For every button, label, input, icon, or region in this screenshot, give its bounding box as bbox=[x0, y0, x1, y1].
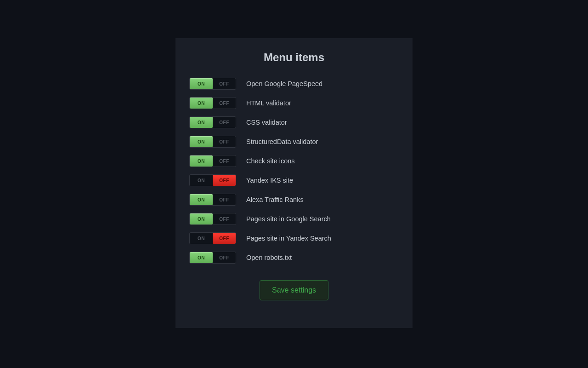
toggle-off[interactable]: OFF bbox=[213, 175, 236, 186]
toggle-yandex-iks-site[interactable]: ON OFF bbox=[189, 174, 236, 186]
toggle-off[interactable]: OFF bbox=[213, 78, 236, 89]
toggle-alexa-traffic-ranks[interactable]: ON OFF bbox=[189, 194, 236, 206]
menu-item-row: ON OFF Open Google PageSpeed bbox=[189, 78, 401, 90]
menu-item-label: Yandex IKS site bbox=[246, 177, 293, 184]
menu-item-label: HTML validator bbox=[246, 99, 291, 107]
panel-title: Menu items bbox=[187, 51, 401, 64]
toggle-off[interactable]: OFF bbox=[213, 98, 236, 109]
menu-item-row: ON OFF Pages site in Google Search bbox=[189, 213, 401, 225]
menu-item-row: ON OFF Pages site in Yandex Search bbox=[189, 232, 401, 244]
menu-item-row: ON OFF Alexa Traffic Ranks bbox=[189, 194, 401, 206]
toggle-off[interactable]: OFF bbox=[213, 117, 236, 128]
save-settings-button[interactable]: Save settings bbox=[260, 280, 328, 300]
menu-item-label: CSS validator bbox=[246, 119, 287, 126]
menu-item-label: Open Google PageSpeed bbox=[246, 80, 322, 87]
toggle-check-site-icons[interactable]: ON OFF bbox=[189, 155, 236, 167]
toggle-on[interactable]: ON bbox=[190, 213, 213, 224]
toggle-on[interactable]: ON bbox=[190, 233, 213, 244]
toggle-on[interactable]: ON bbox=[190, 194, 213, 205]
toggle-off[interactable]: OFF bbox=[213, 213, 236, 224]
toggle-off[interactable]: OFF bbox=[213, 136, 236, 147]
toggle-html-validator[interactable]: ON OFF bbox=[189, 97, 236, 109]
toggle-css-validator[interactable]: ON OFF bbox=[189, 116, 236, 128]
toggle-structureddata-validator[interactable]: ON OFF bbox=[189, 136, 236, 148]
toggle-pages-yandex-search[interactable]: ON OFF bbox=[189, 232, 236, 244]
menu-item-label: StructuredData validator bbox=[246, 138, 318, 145]
toggle-on[interactable]: ON bbox=[190, 136, 213, 147]
toggle-on[interactable]: ON bbox=[190, 117, 213, 128]
menu-item-row: ON OFF Yandex IKS site bbox=[189, 174, 401, 186]
toggle-off[interactable]: OFF bbox=[213, 194, 236, 205]
toggle-on[interactable]: ON bbox=[190, 78, 213, 89]
menu-item-row: ON OFF Check site icons bbox=[189, 155, 401, 167]
toggle-off[interactable]: OFF bbox=[213, 233, 236, 244]
toggle-on[interactable]: ON bbox=[190, 252, 213, 263]
menu-item-row: ON OFF Open robots.txt bbox=[189, 252, 401, 264]
menu-item-label: Alexa Traffic Ranks bbox=[246, 196, 304, 203]
settings-panel: Menu items ON OFF Open Google PageSpeed … bbox=[175, 38, 413, 328]
menu-item-label: Open robots.txt bbox=[246, 254, 292, 261]
save-button-wrap: Save settings bbox=[187, 280, 401, 300]
toggle-open-robots-txt[interactable]: ON OFF bbox=[189, 252, 236, 264]
menu-items-list: ON OFF Open Google PageSpeed ON OFF HTML… bbox=[187, 78, 401, 264]
toggle-pages-google-search[interactable]: ON OFF bbox=[189, 213, 236, 225]
toggle-on[interactable]: ON bbox=[190, 98, 213, 109]
toggle-on[interactable]: ON bbox=[190, 175, 213, 186]
menu-item-label: Pages site in Yandex Search bbox=[246, 235, 331, 242]
toggle-open-google-pagespeed[interactable]: ON OFF bbox=[189, 78, 236, 90]
menu-item-row: ON OFF StructuredData validator bbox=[189, 136, 401, 148]
menu-item-row: ON OFF CSS validator bbox=[189, 116, 401, 128]
menu-item-label: Check site icons bbox=[246, 157, 295, 165]
menu-item-row: ON OFF HTML validator bbox=[189, 97, 401, 109]
toggle-on[interactable]: ON bbox=[190, 155, 213, 167]
toggle-off[interactable]: OFF bbox=[213, 252, 236, 263]
menu-item-label: Pages site in Google Search bbox=[246, 215, 331, 223]
toggle-off[interactable]: OFF bbox=[213, 155, 236, 167]
